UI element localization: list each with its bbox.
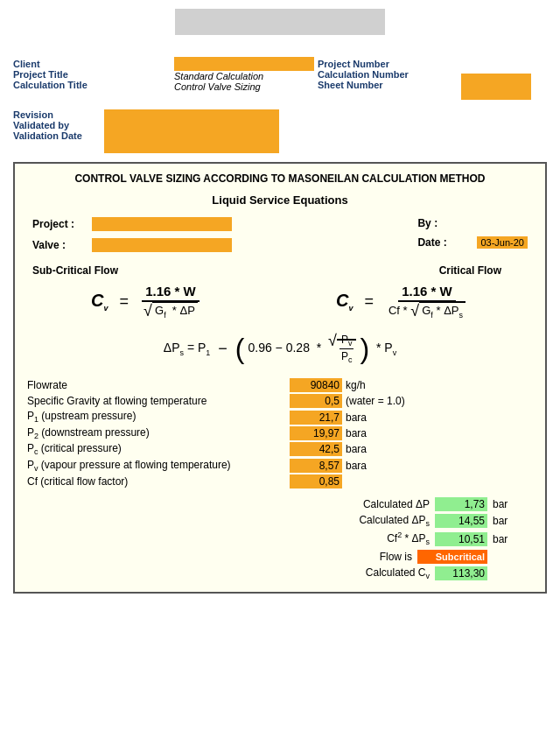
eq2-sqrt-content: Gf * ΔPs bbox=[419, 301, 466, 318]
eq1-numerator: 1.16 * W bbox=[142, 284, 200, 302]
param-unit-4: bara bbox=[346, 443, 416, 455]
project-number-label: Project Number bbox=[318, 59, 458, 69]
date-label: Date : bbox=[417, 236, 470, 249]
param-row-0: Flowrate 90840 kg/h bbox=[27, 378, 533, 392]
eq2-numerator: 1.16 * W bbox=[398, 284, 456, 302]
sheet-number-label: Sheet Number bbox=[318, 80, 458, 90]
param-value-2: 21,7 bbox=[290, 411, 342, 425]
eq2-sqrt: Gf * ΔPs bbox=[410, 304, 466, 320]
param-label-0: Flowrate bbox=[27, 379, 290, 391]
param-row-6: Cf (critical flow factor) 0,85 bbox=[27, 474, 533, 488]
valve-label: Valve : bbox=[32, 239, 85, 251]
param-label-4: Pc (critical pressure) bbox=[27, 442, 290, 456]
result-label-2: Cf2 * ΔPs bbox=[290, 531, 430, 546]
main-title: CONTROL VALVE SIZING ACCORDING TO MASONE… bbox=[24, 172, 536, 185]
param-value-4: 42,5 bbox=[290, 442, 342, 456]
delta-ps-minus: − bbox=[214, 340, 232, 358]
param-label-5: Pv (vapour pressure at flowing temperatu… bbox=[27, 459, 290, 473]
result-unit-0: bar bbox=[493, 498, 519, 510]
eq1-sqrt: Gf * ΔP bbox=[144, 304, 198, 320]
param-row-2: P1 (upstream pressure) 21,7 bara bbox=[27, 410, 533, 424]
param-unit-2: bara bbox=[346, 411, 416, 424]
result-label-3: Flow is bbox=[272, 551, 412, 563]
revision-section: Revision Validated by Validation Date bbox=[13, 109, 547, 153]
result-row-2: Cf2 * ΔPs 10,51 bar bbox=[41, 531, 519, 546]
logo-area bbox=[13, 9, 547, 35]
results-section: Calculated ΔP 1,73 bar Calculated ΔPs 14… bbox=[24, 497, 536, 580]
header-info: Client Project Title Calculation Title S… bbox=[13, 46, 547, 102]
client-label: Client bbox=[13, 59, 171, 69]
subcritical-label: Sub-Critical Flow bbox=[32, 264, 118, 277]
delta-ps-lhs: ΔPs = P1 bbox=[164, 341, 211, 357]
param-unit-0: kg/h bbox=[346, 379, 416, 391]
result-unit-1: bar bbox=[493, 515, 519, 527]
eq2-block: Cv = 1.16 * W Cf * Gf * ΔPs bbox=[336, 284, 469, 320]
result-label-0: Calculated ΔP bbox=[290, 498, 430, 510]
result-value-1: 14,55 bbox=[435, 514, 487, 528]
project-title-value: Standard Calculation bbox=[174, 71, 314, 81]
param-row-4: Pc (critical pressure) 42,5 bara bbox=[27, 442, 533, 456]
validation-date-label: Validation Date bbox=[13, 130, 101, 141]
cv-symbol-2: Cv bbox=[336, 291, 353, 313]
date-value: 03-Jun-20 bbox=[477, 236, 528, 249]
calc-title-value: Control Valve Sizing bbox=[174, 81, 314, 92]
client-input[interactable] bbox=[174, 57, 314, 71]
project-title-label: Project Title bbox=[13, 69, 171, 80]
project-input[interactable] bbox=[92, 217, 232, 231]
sheet-number-input[interactable] bbox=[461, 74, 531, 100]
project-row: Project : bbox=[32, 217, 232, 231]
param-unit-3: bara bbox=[346, 427, 416, 439]
param-value-5: 8,57 bbox=[290, 459, 342, 473]
close-bracket: ) bbox=[360, 334, 369, 362]
param-value-3: 19,97 bbox=[290, 426, 342, 440]
cv-symbol-1: Cv bbox=[91, 291, 108, 313]
param-row-1: Specific Gravity at flowing temperature … bbox=[27, 394, 533, 408]
eq1-sqrt-content: Gf * ΔP bbox=[152, 301, 198, 318]
param-unit-5: bara bbox=[346, 460, 416, 472]
critical-label: Critical Flow bbox=[439, 264, 501, 277]
result-row-4: Calculated Cv 113,30 bbox=[41, 566, 519, 580]
by-label: By : bbox=[417, 217, 470, 229]
valve-input[interactable] bbox=[92, 238, 232, 252]
open-bracket: ( bbox=[235, 334, 245, 362]
delta-ps-expr: 0.96 − 0.28 * Pv Pc bbox=[248, 334, 356, 365]
project-valve-row: Project : Valve : By : Date : 03-Jun-20 bbox=[24, 217, 536, 256]
result-row-0: Calculated ΔP 1,73 bar bbox=[41, 497, 519, 511]
revision-input[interactable] bbox=[104, 109, 279, 153]
param-label-1: Specific Gravity at flowing temperature bbox=[27, 395, 290, 407]
result-row-1: Calculated ΔPs 14,55 bar bbox=[41, 514, 519, 528]
param-value-6: 0,85 bbox=[290, 474, 342, 488]
result-value-4: 113,30 bbox=[435, 566, 487, 580]
project-label: Project : bbox=[32, 218, 85, 230]
calc-number-label: Calculation Number bbox=[318, 69, 458, 80]
param-label-2: P1 (upstream pressure) bbox=[27, 410, 290, 424]
result-label-4: Calculated Cv bbox=[290, 566, 430, 580]
calc-title-label: Calculation Title bbox=[13, 80, 171, 90]
eq2-fraction: 1.16 * W Cf * Gf * ΔPs bbox=[385, 284, 469, 320]
result-row-3: Flow is Subcritical bbox=[41, 550, 519, 564]
revision-label: Revision bbox=[13, 109, 101, 120]
result-label-1: Calculated ΔPs bbox=[290, 514, 430, 528]
main-content: CONTROL VALVE SIZING ACCORDING TO MASONE… bbox=[13, 162, 547, 594]
equations-row: Cv = 1.16 * W Gf * ΔP Cv = 1.16 * W Cf * bbox=[24, 284, 536, 320]
valve-row: Valve : bbox=[32, 238, 232, 252]
param-unit-1: (water = 1.0) bbox=[346, 395, 416, 407]
eq1-fraction: 1.16 * W Gf * ΔP bbox=[140, 284, 201, 320]
params-section: Flowrate 90840 kg/h Specific Gravity at … bbox=[24, 378, 536, 488]
date-row: Date : 03-Jun-20 bbox=[417, 236, 528, 249]
result-value-0: 1,73 bbox=[435, 497, 487, 511]
param-row-5: Pv (vapour pressure at flowing temperatu… bbox=[27, 459, 533, 473]
eq2-equals: = bbox=[360, 292, 378, 311]
result-value-3: Subcritical bbox=[417, 550, 487, 564]
flow-type-labels: Sub-Critical Flow Critical Flow bbox=[32, 264, 536, 277]
eq2-denominator: Cf * Gf * ΔPs bbox=[385, 302, 469, 320]
param-value-1: 0,5 bbox=[290, 394, 342, 408]
param-label-6: Cf (critical flow factor) bbox=[27, 475, 290, 488]
param-row-3: P2 (downstream pressure) 19,97 bara bbox=[27, 426, 533, 440]
param-label-3: P2 (downstream pressure) bbox=[27, 426, 290, 440]
delta-sqrt-content: Pv Pc bbox=[337, 339, 357, 355]
result-value-2: 10,51 bbox=[435, 532, 487, 546]
delta-sqrt: Pv Pc bbox=[328, 334, 357, 365]
by-row: By : bbox=[417, 217, 470, 229]
validated-by-label: Validated by bbox=[13, 120, 101, 130]
